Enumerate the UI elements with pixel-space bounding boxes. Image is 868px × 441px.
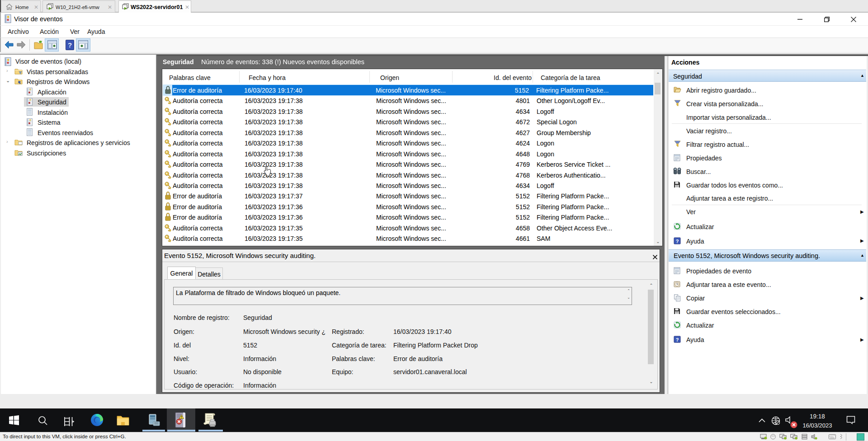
svg-text:?: ? — [676, 337, 679, 342]
svg-text:?: ? — [676, 239, 679, 244]
svg-text:19:18: 19:18 — [810, 413, 825, 420]
svg-text:16/03/2023: 16/03/2023 — [802, 422, 832, 429]
svg-text:?: ? — [68, 41, 72, 49]
